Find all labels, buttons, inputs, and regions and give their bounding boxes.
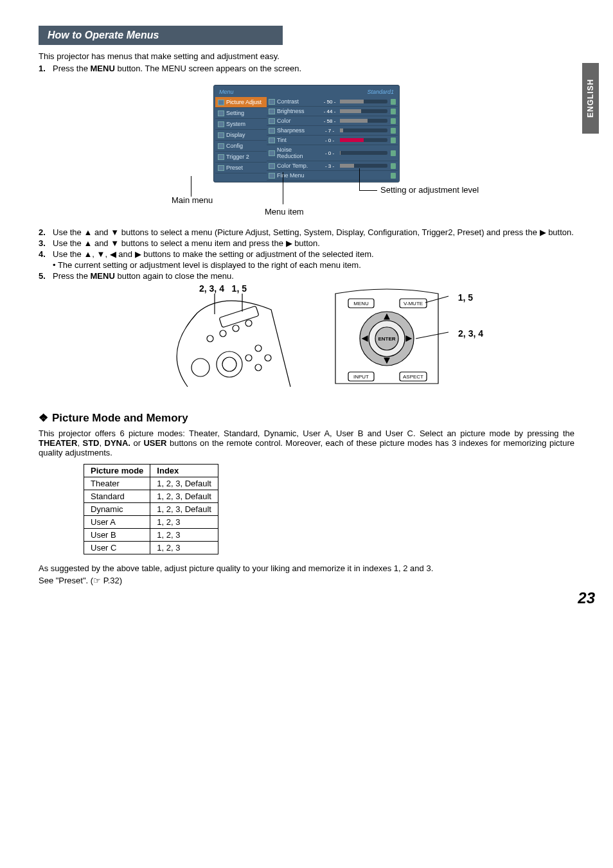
callout-main-menu: Main menu: [172, 195, 213, 205]
svg-point-5: [255, 345, 262, 351]
svg-point-10: [220, 330, 226, 337]
svg-text:ENTER: ENTER: [378, 336, 395, 342]
picture-mode-paragraph: This projector offers 6 picture modes: T…: [39, 429, 574, 457]
svg-line-30: [425, 296, 449, 303]
picture-mode-table: Picture mode Index Theater1, 2, 3, Defau…: [84, 464, 218, 554]
svg-text:ASPECT: ASPECT: [403, 374, 423, 380]
step-number: 4.: [39, 249, 53, 259]
table-row: Dynamic1, 2, 3, Default: [84, 503, 218, 516]
svg-text:INPUT: INPUT: [353, 374, 369, 380]
lozenge-icon: ❖: [39, 412, 48, 424]
svg-point-11: [233, 325, 239, 332]
svg-point-7: [255, 364, 262, 371]
osd-preset: Standard1: [367, 89, 394, 95]
table-row: Standard1, 2, 3, Default: [84, 490, 218, 503]
page-number: 23: [578, 589, 595, 607]
section-header: How to Operate Menus: [39, 26, 283, 45]
svg-text:MENU: MENU: [353, 301, 369, 306]
after-table-text-2: See "Preset". (☞ P.32): [39, 576, 574, 585]
svg-text:V-MUTE: V-MUTE: [404, 301, 423, 306]
callout-level: Setting or adjustment level: [380, 185, 479, 195]
step-3: Use the ▲ and ▼ buttons to select a menu…: [53, 238, 574, 248]
osd-items: Contrast- 50 - Brightness- 44 - Color- 5…: [267, 97, 398, 181]
svg-point-9: [207, 335, 213, 342]
intro-text: This projector has menus that make setti…: [39, 51, 574, 61]
table-row: User A1, 2, 3: [84, 516, 218, 529]
svg-point-8: [245, 355, 252, 361]
control-panel-figure: 1, 5 2, 3, 4 ENTER MENU V-MUTE: [323, 287, 451, 392]
table-header-index: Index: [150, 465, 218, 477]
step-4-sub: • The current setting or adjustment leve…: [53, 260, 574, 270]
table-header-mode: Picture mode: [84, 465, 150, 477]
step-5: Press the MENU button again to close the…: [53, 271, 574, 281]
step-2: Use the ▲ and ▼ buttons to select a menu…: [53, 227, 574, 237]
svg-point-4: [191, 359, 209, 376]
step-number: 5.: [39, 271, 53, 281]
table-row: User C1, 2, 3: [84, 542, 218, 554]
step-number: 3.: [39, 238, 53, 248]
step-number: 1.: [39, 64, 53, 73]
svg-rect-13: [219, 306, 259, 328]
remote-control-figure: 2, 3, 4 1, 5: [162, 287, 297, 392]
table-row: Theater1, 2, 3, Default: [84, 477, 218, 490]
picture-mode-heading: ❖Picture Mode and Memory: [39, 411, 574, 425]
svg-point-3: [222, 357, 236, 371]
step-4: Use the ▲, ▼, ◀ and ▶ buttons to make th…: [53, 249, 574, 259]
step-number: 2.: [39, 227, 53, 237]
svg-point-12: [245, 320, 252, 326]
callout-menu-item: Menu item: [265, 207, 304, 217]
osd-title: Menu: [219, 89, 234, 95]
svg-point-2: [217, 351, 242, 377]
osd-sidebar: Picture Adjust Setting System Display Co…: [215, 97, 267, 181]
svg-line-31: [416, 332, 449, 339]
step-1: Press the MENU button. The MENU screen a…: [53, 64, 574, 73]
table-row: User B1, 2, 3: [84, 529, 218, 542]
osd-menu-figure: Menu Standard1 Picture Adjust Setting Sy…: [127, 85, 486, 221]
language-tab: ENGLISH: [582, 63, 599, 134]
after-table-text-1: As suggested by the above table, adjust …: [39, 563, 574, 573]
svg-point-6: [265, 355, 271, 361]
